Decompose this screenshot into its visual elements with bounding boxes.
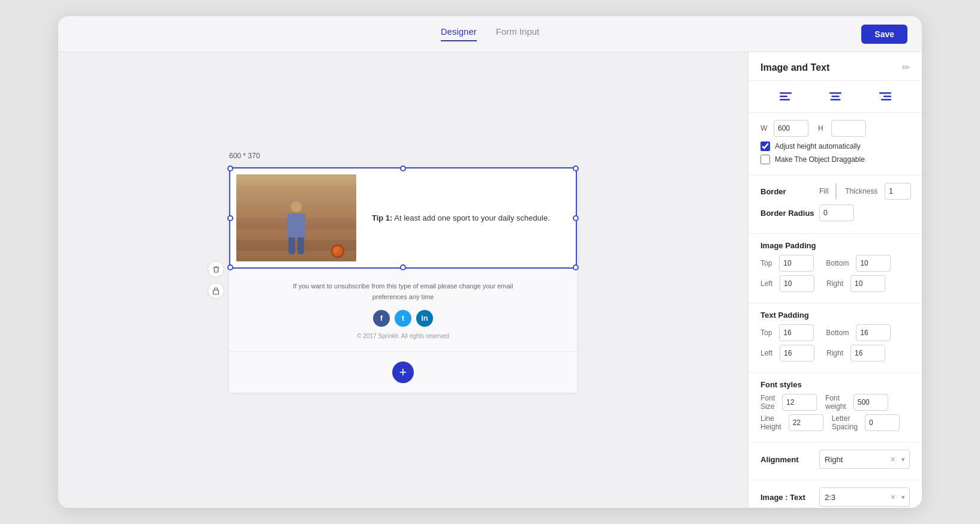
linkedin-icon[interactable]: in	[416, 310, 433, 327]
adjust-height-label: Adjust height automatically	[775, 142, 861, 150]
text-padding-label: Text Padding	[760, 311, 814, 320]
person-leg-right	[297, 237, 304, 254]
svg-rect-5	[831, 96, 839, 98]
save-button[interactable]: Save	[861, 25, 907, 44]
copyright-text: © 2017 Sprinklr. All rights reserved	[239, 333, 567, 339]
resize-handle-bc[interactable]	[400, 264, 406, 270]
person-legs	[288, 237, 304, 254]
basketball	[331, 245, 344, 258]
image-placeholder	[236, 174, 356, 261]
img-right-label: Right	[826, 279, 843, 288]
dimension-label: 600 * 370	[229, 152, 260, 160]
text-section: Tip 1: At least add one sport to your da…	[362, 168, 576, 267]
align-left-icon[interactable]	[776, 88, 795, 105]
font-styles-section: Font styles FontSize Fontweight LineHeig…	[748, 373, 922, 442]
line-height-label: LineHeight	[760, 414, 781, 431]
panel-title: Image and Text	[760, 62, 829, 73]
fill-label: Fill	[819, 187, 828, 195]
delete-button[interactable]	[208, 261, 224, 278]
thickness-label: Thickness	[845, 187, 877, 195]
w-input[interactable]	[774, 120, 808, 137]
text-padding-left-right: Left Right	[760, 345, 910, 362]
svg-rect-9	[881, 99, 891, 101]
svg-rect-1	[780, 92, 792, 94]
image-text-block[interactable]: Tip 1: At least add one sport to your da…	[229, 167, 577, 269]
add-block-area: +	[229, 351, 577, 393]
block-controls	[208, 261, 224, 299]
wh-row: W H	[760, 120, 910, 137]
draggable-row: Make The Object Draggable	[760, 155, 910, 164]
image-text-inner: Tip 1: At least add one sport to your da…	[230, 168, 576, 267]
svg-rect-6	[830, 99, 840, 101]
tab-designer[interactable]: Designer	[441, 26, 477, 41]
line-height-input[interactable]	[789, 414, 823, 431]
border-section: Border Fill Thickness Border Radius	[748, 176, 922, 234]
right-panel: Image and Text ✏	[748, 52, 922, 508]
txt-bottom-label: Bottom	[826, 329, 849, 337]
font-styles-title-row: Font styles	[760, 380, 910, 389]
resize-handle-br[interactable]	[573, 264, 579, 270]
fill-color-box[interactable]	[835, 183, 837, 200]
image-section	[230, 168, 362, 267]
image-text-ratio-row: Image : Text 2:3 1:1 1:2 3:2	[760, 487, 910, 507]
align-center-icon[interactable]	[826, 88, 845, 105]
text-padding-title-row: Text Padding	[760, 311, 910, 320]
alignment-select[interactable]: Right Left Center	[819, 450, 910, 469]
font-size-label: FontSize	[760, 394, 775, 411]
svg-rect-7	[879, 92, 891, 94]
txt-left-label: Left	[760, 349, 772, 357]
align-right-icon[interactable]	[876, 88, 895, 105]
img-right-input[interactable]	[850, 275, 885, 292]
txt-bottom-input[interactable]	[856, 324, 891, 341]
thickness-input[interactable]	[885, 183, 911, 200]
img-bottom-label: Bottom	[826, 259, 849, 267]
border-radius-label: Border Radius	[760, 209, 814, 218]
lock-button[interactable]	[208, 282, 224, 299]
letter-spacing-input[interactable]	[865, 414, 900, 431]
svg-rect-4	[829, 92, 841, 94]
resize-handle-ml[interactable]	[227, 215, 233, 221]
canvas-area: 600 * 370	[58, 52, 748, 508]
alignment-row: Alignment Right Left Center	[760, 450, 910, 469]
footer-block: If you want to unsubscribe from this typ…	[229, 269, 577, 351]
draggable-label: Make The Object Draggable	[775, 155, 865, 164]
person-body	[287, 213, 305, 237]
edit-icon[interactable]: ✏	[902, 62, 910, 73]
txt-left-input[interactable]	[780, 345, 814, 362]
unsubscribe-text: If you want to unsubscribe from this typ…	[239, 281, 567, 302]
img-bottom-input[interactable]	[856, 255, 891, 272]
img-top-input[interactable]	[779, 255, 814, 272]
line-height-letter-spacing-row: LineHeight LetterSpacing	[760, 414, 910, 431]
add-block-button[interactable]: +	[392, 362, 414, 383]
resize-handle-mr[interactable]	[573, 215, 579, 221]
adjust-height-checkbox[interactable]	[760, 141, 770, 151]
image-padding-label: Image Padding	[760, 241, 816, 250]
align-icons-row	[748, 81, 922, 113]
img-left-input[interactable]	[780, 275, 814, 292]
twitter-icon[interactable]: t	[395, 310, 411, 327]
font-size-input[interactable]	[782, 394, 817, 411]
main-area: 600 * 370	[58, 52, 922, 508]
resize-handle-tr[interactable]	[573, 165, 579, 171]
person-leg-left	[288, 237, 295, 254]
tab-form-input[interactable]: Form Input	[496, 26, 540, 41]
facebook-icon[interactable]: f	[373, 310, 390, 327]
font-styles-label: Font styles	[760, 380, 814, 389]
image-text-ratio-select[interactable]: 2:3 1:1 1:2 3:2	[819, 487, 910, 507]
h-input[interactable]	[831, 120, 866, 137]
image-padding-title-row: Image Padding	[760, 241, 910, 250]
email-container: Tip 1: At least add one sport to your da…	[229, 167, 577, 392]
letter-spacing-label: LetterSpacing	[832, 414, 858, 431]
draggable-checkbox[interactable]	[760, 155, 770, 164]
image-text-ratio-label: Image : Text	[760, 493, 814, 502]
border-label: Border	[760, 187, 814, 196]
txt-right-input[interactable]	[850, 345, 885, 362]
resize-handle-tc[interactable]	[400, 165, 406, 171]
dimension-section: W H Adjust height automatically Make The…	[748, 113, 922, 176]
border-radius-input[interactable]	[819, 204, 854, 221]
img-top-label: Top	[760, 259, 772, 267]
font-weight-input[interactable]	[853, 394, 888, 411]
font-size-weight-row: FontSize Fontweight	[760, 394, 910, 411]
tip-text: Tip 1: At least add one sport to your da…	[372, 212, 550, 224]
txt-top-input[interactable]	[779, 324, 814, 341]
